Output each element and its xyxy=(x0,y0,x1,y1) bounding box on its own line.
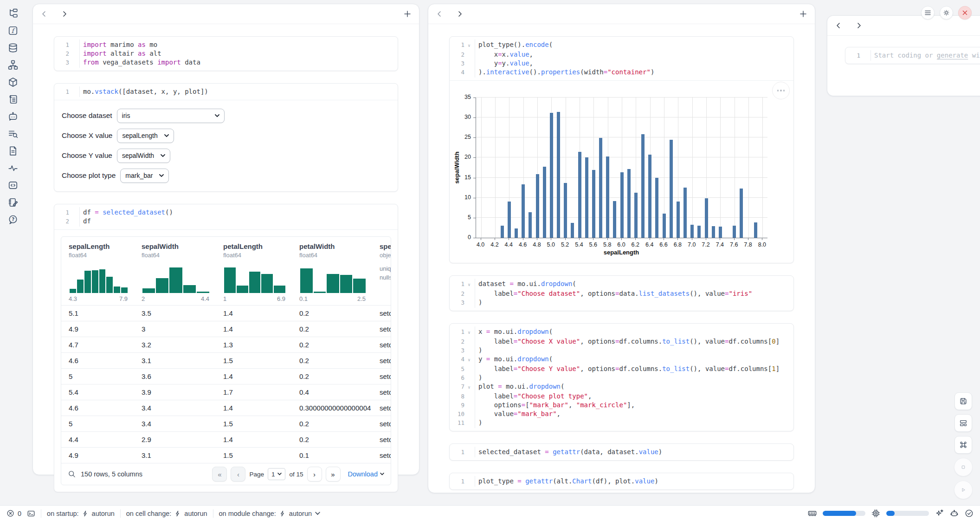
file-tree-icon[interactable] xyxy=(8,8,18,19)
table-row[interactable]: 4.63.41.40.30000000000000004setosa xyxy=(61,400,391,416)
dependency-graph-icon[interactable] xyxy=(8,60,18,70)
ai-sparkles-button[interactable] xyxy=(935,509,944,518)
notebook-edit-icon[interactable] xyxy=(8,197,18,208)
vstack-output: Choose dataset iris Choose X value sepal… xyxy=(54,100,398,191)
tracing-icon[interactable] xyxy=(8,163,18,173)
table-row[interactable]: 53.41.50.2setosa xyxy=(61,416,391,431)
table-row[interactable]: 5.13.51.40.2setosa xyxy=(61,305,391,321)
dataset-control-row: Choose dataset iris xyxy=(62,109,390,123)
plot-type-control-row: Choose plot type mark_bar xyxy=(62,169,390,182)
on-cell-change-toggle[interactable]: on cell change: autorun xyxy=(126,510,207,517)
status-bar: 0 on startup: autorun on cell change: au… xyxy=(0,505,980,521)
cpu-icon xyxy=(871,509,880,518)
empty-code-editor[interactable]: 1 Start coding or generate with xyxy=(845,47,980,64)
code-editor[interactable]: 1∨plot_type().encode(2 x=x.value,3 y=y.v… xyxy=(450,37,793,80)
plot-cell: 1∨plot_type().encode(2 x=x.value,3 y=y.v… xyxy=(449,36,794,263)
logs-search-icon[interactable] xyxy=(8,129,18,139)
stop-button[interactable] xyxy=(954,458,973,476)
memory-usage-meter xyxy=(823,511,865,516)
table-column-header: petalWidthfloat640.12.5 xyxy=(292,242,372,302)
y-value-select[interactable]: sepalWidth xyxy=(117,149,170,163)
table-column-header: sepalWidthfloat6424.4 xyxy=(134,242,216,302)
plot-type-cell: 1plot_type = getattr(alt.Chart(df), plot… xyxy=(449,473,794,490)
prev-page-button[interactable]: ‹ xyxy=(231,467,245,482)
bolt-icon xyxy=(279,510,286,517)
widgets-dropdown-cell: 1∨x = mo.ui.dropdown(2 label="Choose X v… xyxy=(449,323,794,431)
settings-gear-button[interactable] xyxy=(940,6,953,20)
download-button[interactable]: Download xyxy=(348,470,385,478)
code-editor[interactable]: 1∨dataset = mo.ui.dropdown(2 label="Choo… xyxy=(450,276,793,311)
layout-button[interactable] xyxy=(954,414,972,432)
snippets-icon[interactable] xyxy=(8,180,18,190)
connection-status-button[interactable] xyxy=(965,509,974,518)
column-prev-button[interactable] xyxy=(436,11,443,17)
help-icon[interactable]: ? xyxy=(8,215,18,225)
table-row[interactable]: 4.73.21.30.2setosa xyxy=(61,337,391,352)
chart-plot-area[interactable] xyxy=(476,98,767,238)
code-editor[interactable]: 1plot_type = getattr(alt.Chart(df), plot… xyxy=(450,473,793,489)
menu-button[interactable] xyxy=(921,6,935,20)
run-button[interactable] xyxy=(954,481,973,499)
add-cell-button[interactable] xyxy=(404,10,411,18)
y-value-control-row: Choose Y value sepalWidth xyxy=(62,149,390,163)
column-histogram xyxy=(224,266,285,293)
column-2-nav xyxy=(428,4,815,24)
notebook-column-1: 1import marimo as mo2import altair as al… xyxy=(32,4,419,475)
close-button[interactable] xyxy=(958,6,972,20)
column-prev-button[interactable] xyxy=(835,22,842,29)
column-next-button[interactable] xyxy=(61,11,68,17)
table-body[interactable]: 5.13.51.40.2setosa4.931.40.2setosa4.73.2… xyxy=(61,305,391,463)
table-row[interactable]: 4.42.91.40.2setosa xyxy=(61,431,391,447)
errors-icon xyxy=(6,509,14,517)
terminal-icon xyxy=(27,509,35,518)
packages-icon[interactable] xyxy=(8,77,18,87)
functions-icon[interactable]: f xyxy=(8,26,18,36)
last-page-button[interactable]: » xyxy=(326,467,341,482)
chart-menu-button[interactable] xyxy=(772,82,790,99)
x-value-select[interactable]: sepalLength xyxy=(117,129,174,143)
top-actions xyxy=(921,6,972,20)
on-module-change-toggle[interactable]: on module change: autorun xyxy=(219,510,321,517)
terminal-button[interactable] xyxy=(27,509,35,518)
code-editor[interactable]: 1mo.vstack([dataset, x, y, plot]) xyxy=(54,84,398,100)
on-startup-toggle[interactable]: on startup: autorun xyxy=(47,510,115,517)
generate-link[interactable]: generate xyxy=(937,52,968,59)
save-button[interactable] xyxy=(954,392,972,410)
add-cell-button[interactable] xyxy=(799,10,807,18)
datasources-icon[interactable] xyxy=(8,43,18,53)
first-page-button[interactable]: « xyxy=(212,467,227,482)
dataset-select[interactable]: iris xyxy=(117,109,225,123)
table-row[interactable]: 53.61.40.2setosa xyxy=(61,368,391,384)
table-row[interactable]: 4.931.40.2setosa xyxy=(61,321,391,337)
column-prev-button[interactable] xyxy=(41,11,47,17)
chat-assistant-icon[interactable] xyxy=(8,111,18,122)
code-editor[interactable]: 1import marimo as mo2import altair as al… xyxy=(54,37,398,71)
next-page-button[interactable]: › xyxy=(307,467,322,482)
altair-chart[interactable]: sepalWidth sepalLength 4.04.24.44.64.85.… xyxy=(450,81,793,263)
chart-x-axis-title: sepalLength xyxy=(604,249,639,256)
marimo-notebook-app: { "app": {"background": "#f3f4f6", "acce… xyxy=(0,0,980,521)
code-editor[interactable]: 1selected_dataset = getattr(data, datase… xyxy=(450,444,793,460)
chart-output: sepalWidth sepalLength 4.04.24.44.64.85.… xyxy=(450,80,793,263)
chevron-down-icon xyxy=(315,512,320,515)
assistant-robot-button[interactable] xyxy=(950,509,959,518)
plot-type-select[interactable]: mark_bar xyxy=(120,169,169,183)
table-row[interactable]: 5.43.91.70.4setosa xyxy=(61,384,391,400)
column-next-button[interactable] xyxy=(856,22,862,29)
column-next-button[interactable] xyxy=(457,11,463,17)
column-1-nav xyxy=(33,4,419,24)
table-row[interactable]: 4.63.11.50.2setosa xyxy=(61,352,391,368)
table-row[interactable]: 4.93.11.50.1setosa xyxy=(61,447,391,463)
code-editor[interactable]: 1∨x = mo.ui.dropdown(2 label="Choose X v… xyxy=(450,324,793,431)
error-indicator[interactable]: 0 xyxy=(6,509,21,517)
search-icon[interactable] xyxy=(68,470,76,478)
keyboard-shortcuts-button[interactable] xyxy=(954,436,972,454)
scratchpad-script-icon[interactable] xyxy=(8,94,18,104)
table-header-row: sepalLengthfloat644.37.9sepalWidthfloat6… xyxy=(61,237,391,305)
imports-cell: 1import marimo as mo2import altair as al… xyxy=(54,36,398,71)
code-editor[interactable]: 1df = selected_dataset()2df xyxy=(54,204,398,229)
dataframe-output: sepalLengthfloat644.37.9sepalWidthfloat6… xyxy=(54,229,398,485)
column-histogram xyxy=(70,266,128,293)
documentation-icon[interactable] xyxy=(8,146,18,156)
page-select[interactable]: 1 xyxy=(268,468,286,480)
